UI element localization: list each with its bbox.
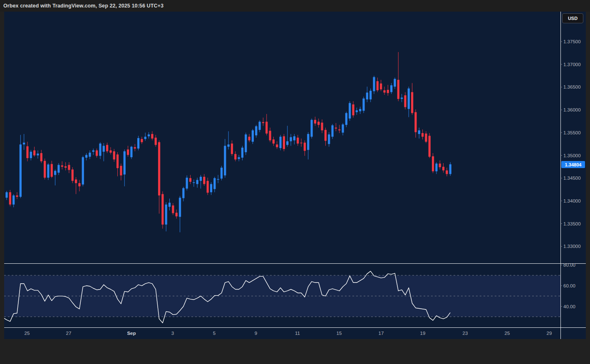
candle-body xyxy=(345,113,347,125)
candle-body xyxy=(432,156,434,171)
candle-body xyxy=(117,154,119,168)
candle-body xyxy=(64,166,67,168)
candle-body xyxy=(144,137,146,139)
candle-body xyxy=(421,133,424,137)
time-axis-label: 25 xyxy=(505,331,510,336)
candle-body xyxy=(331,125,333,136)
rsi-axis-label: 40.00 xyxy=(563,304,575,309)
candle-body xyxy=(130,147,132,157)
time-axis-label: Sep xyxy=(127,331,136,336)
candle-body xyxy=(120,166,122,176)
candle-body xyxy=(169,203,171,207)
candle-body xyxy=(78,183,80,186)
candle-body xyxy=(380,84,382,89)
candle-body xyxy=(141,139,143,142)
candle-body xyxy=(51,164,53,177)
candle-body xyxy=(377,81,379,90)
candle-body xyxy=(68,165,70,170)
candle-body xyxy=(273,139,275,144)
candle-body xyxy=(124,151,126,175)
candle-body xyxy=(328,134,330,144)
candle-body xyxy=(446,171,448,174)
candle-body xyxy=(151,134,153,139)
candle-body xyxy=(30,152,32,158)
footer-bar: TradingView xyxy=(0,339,590,364)
candle-body xyxy=(439,163,441,167)
candle-body xyxy=(290,137,292,141)
price-axis-label: 1.37000 xyxy=(563,62,581,67)
candle-body xyxy=(89,153,91,157)
candle-body xyxy=(352,104,354,115)
candle-body xyxy=(127,149,129,155)
candle-body xyxy=(279,137,281,148)
candle-body xyxy=(404,95,406,107)
candle-body xyxy=(310,120,312,136)
candle-body xyxy=(373,77,375,91)
candle-body xyxy=(172,206,174,213)
candle-body xyxy=(300,143,302,144)
candle-body xyxy=(231,144,233,154)
candle-body xyxy=(186,178,188,188)
candle-body xyxy=(429,136,431,156)
candle-body xyxy=(234,154,236,159)
candle-body xyxy=(390,85,392,92)
candle-body xyxy=(414,112,416,132)
time-axis-label: 3 xyxy=(171,331,174,336)
candle-body xyxy=(314,120,316,124)
candle-body xyxy=(23,143,25,144)
time-axis-label: 15 xyxy=(337,331,342,336)
rsi-axis-label: 60.00 xyxy=(563,283,575,288)
candle-body xyxy=(193,182,195,183)
time-axis-label: 19 xyxy=(420,331,426,336)
candle-body xyxy=(213,178,216,189)
candle-body xyxy=(342,124,344,133)
candle-body xyxy=(293,136,295,141)
time-axis-label: 27 xyxy=(66,331,72,336)
candle-body xyxy=(203,177,205,184)
candle-body xyxy=(307,134,309,150)
candle-body xyxy=(238,157,240,159)
time-axis-label: 29 xyxy=(547,331,552,336)
candle-body xyxy=(106,145,108,151)
candle-body xyxy=(182,188,184,198)
candle-body xyxy=(176,213,178,216)
candle-body xyxy=(96,150,98,156)
candle-body xyxy=(228,144,230,146)
candle-body xyxy=(442,167,444,171)
candle-body xyxy=(207,181,209,193)
candle-body xyxy=(221,168,223,178)
candle-body xyxy=(387,90,389,93)
price-axis-label: 1.34000 xyxy=(563,198,581,203)
price-axis-label: 1.36000 xyxy=(563,107,581,112)
candle-body xyxy=(401,98,403,99)
price-chart[interactable]: 1.375001.370001.365001.360001.355001.350… xyxy=(0,0,590,364)
candle-body xyxy=(304,143,306,151)
candle-body xyxy=(103,146,105,152)
candle-body xyxy=(72,169,74,181)
candle-body xyxy=(165,205,167,225)
candle-body xyxy=(113,151,115,160)
price-axis-label: 1.36500 xyxy=(563,84,581,89)
price-axis-label: 1.35000 xyxy=(563,153,581,158)
candle-body xyxy=(408,89,410,109)
candle-body xyxy=(189,178,191,182)
candle-body xyxy=(258,122,260,130)
candle-body xyxy=(99,144,101,156)
candle-body xyxy=(325,130,327,141)
currency-button[interactable]: USD xyxy=(562,13,583,23)
candle-body xyxy=(5,192,7,198)
candle-body xyxy=(425,134,427,142)
candle-body xyxy=(335,128,337,129)
candle-body xyxy=(449,164,451,174)
candle-body xyxy=(349,103,351,119)
candle-body xyxy=(366,93,368,99)
candle-body xyxy=(33,150,35,155)
price-axis-label: 1.33000 xyxy=(563,244,581,249)
candle-body xyxy=(359,109,361,111)
candle-body xyxy=(255,126,257,135)
candle-body xyxy=(137,138,139,149)
candle-body xyxy=(252,130,254,141)
time-axis-label: 17 xyxy=(379,331,384,336)
candle-body xyxy=(269,131,271,140)
candle-body xyxy=(47,164,49,178)
